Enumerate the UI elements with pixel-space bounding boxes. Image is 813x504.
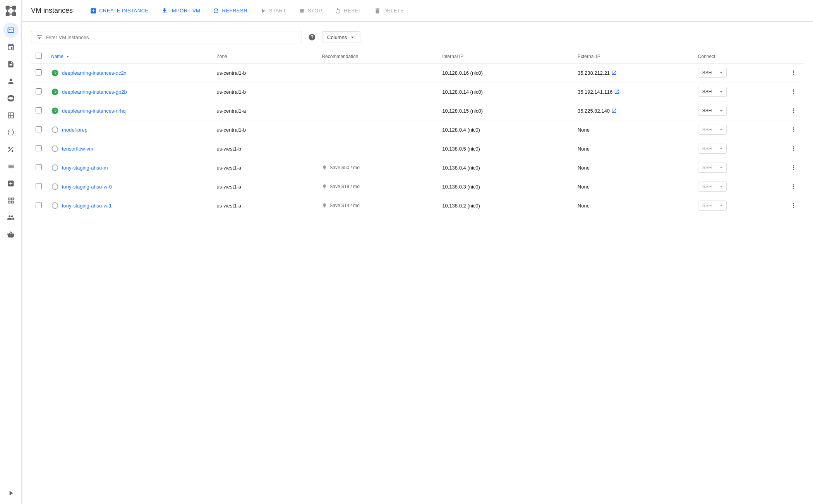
row-checkbox-7[interactable]	[36, 202, 42, 208]
row-checkbox-cell	[31, 63, 46, 82]
ssh-dropdown-button[interactable]	[716, 163, 727, 173]
ssh-dropdown-button[interactable]	[716, 144, 727, 154]
vm-name-link[interactable]: tony-staging-ahsu-w-1	[62, 203, 112, 209]
row-zone-cell: us-west1-a	[212, 177, 317, 196]
status-icon	[51, 126, 59, 134]
external-link-icon[interactable]	[611, 108, 617, 113]
external-link-icon[interactable]	[614, 89, 619, 94]
ssh-button[interactable]: SSH	[698, 182, 716, 192]
stop-icon	[298, 7, 305, 14]
svg-point-13	[52, 165, 58, 171]
ssh-button[interactable]: SSH	[698, 68, 716, 78]
row-checkbox-3[interactable]	[36, 126, 42, 132]
table-header-row: Name Zone Recommendation	[31, 50, 804, 63]
help-button[interactable]	[307, 32, 317, 43]
ssh-button[interactable]: SSH	[698, 144, 716, 154]
ssh-button[interactable]: SSH	[698, 106, 716, 116]
vm-name-link[interactable]: deeplearning-instances-dc2x	[62, 70, 126, 76]
more-actions-button[interactable]	[788, 200, 799, 211]
vm-name-link[interactable]: deeplearning-instances-gp2b	[62, 89, 127, 95]
row-name-cell: model-prep	[46, 120, 212, 139]
th-name[interactable]: Name	[46, 50, 212, 63]
th-select-all[interactable]	[31, 50, 46, 63]
row-internal-ip-cell: 10.138.0.3 (nic0)	[437, 177, 573, 196]
more-actions-button[interactable]	[788, 86, 799, 97]
ssh-dropdown-button[interactable]	[716, 201, 727, 211]
vm-name-link[interactable]: model-prep	[62, 127, 87, 133]
row-internal-ip-cell: 10.128.0.15 (nic0)	[437, 101, 573, 120]
sidebar-item-add[interactable]	[3, 176, 19, 191]
ssh-dropdown-button[interactable]	[716, 68, 727, 78]
sidebar-item-cart[interactable]	[3, 227, 19, 242]
filter-bar: Columns	[31, 31, 804, 43]
ssh-button[interactable]: SSH	[698, 201, 716, 211]
sidebar-item-list[interactable]	[3, 159, 19, 174]
ssh-dropdown-button[interactable]	[716, 106, 727, 116]
sidebar-item-percent[interactable]	[3, 142, 19, 157]
ssh-dropdown-button[interactable]	[716, 182, 727, 192]
row-checkbox-0[interactable]	[36, 69, 42, 75]
row-internal-ip-cell: 10.128.0.4 (nic0)	[437, 120, 573, 139]
chevron-down-icon	[719, 89, 724, 94]
external-link-icon[interactable]	[611, 70, 617, 75]
sidebar-item-vm[interactable]	[3, 22, 19, 38]
create-instance-button[interactable]: CREATE INSTANCE	[85, 5, 153, 17]
status-icon	[51, 88, 59, 96]
status-icon	[51, 107, 59, 115]
ssh-button[interactable]: SSH	[698, 163, 716, 173]
row-checkbox-cell	[31, 82, 46, 101]
refresh-button[interactable]: REFRESH	[208, 5, 252, 17]
more-actions-button[interactable]	[788, 162, 799, 173]
vm-name-link[interactable]: deeplearning-instances-nrhq	[62, 108, 126, 114]
sidebar-item-grid[interactable]	[3, 193, 19, 208]
more-actions-button[interactable]	[788, 143, 799, 154]
vm-name-link[interactable]: tensorflow-vm	[62, 146, 93, 152]
start-label: START	[269, 8, 286, 14]
ssh-dropdown-button[interactable]	[716, 125, 727, 135]
more-actions-button[interactable]	[788, 124, 799, 135]
ssh-button[interactable]: SSH	[698, 125, 716, 135]
vm-name-link[interactable]: tony-staging-ahsu-w-0	[62, 184, 112, 190]
row-checkbox-1[interactable]	[36, 88, 42, 94]
sidebar-item-code[interactable]	[3, 125, 19, 140]
start-icon	[260, 7, 267, 14]
more-actions-button[interactable]	[788, 181, 799, 192]
sidebar-expand-btn[interactable]	[3, 485, 19, 501]
row-internal-ip-cell: 10.138.0.4 (nic0)	[437, 158, 573, 177]
import-vm-button[interactable]: IMPORT VM	[156, 5, 205, 17]
ssh-btn-group: SSH	[698, 144, 779, 154]
reset-button[interactable]: RESET	[330, 5, 366, 17]
row-connect-cell: SSH	[693, 101, 784, 120]
more-actions-button[interactable]	[788, 105, 799, 116]
row-zone-cell: us-west1-a	[212, 158, 317, 177]
chevron-down-icon	[719, 108, 724, 113]
sidebar-item-document[interactable]	[3, 57, 19, 72]
sidebar-item-person[interactable]	[3, 74, 19, 89]
columns-button[interactable]: Columns	[322, 31, 360, 43]
chevron-down-icon	[719, 165, 724, 170]
more-actions-button[interactable]	[788, 67, 799, 78]
row-internal-ip-cell: 10.128.0.14 (nic0)	[437, 82, 573, 101]
sidebar-item-people[interactable]	[3, 210, 19, 225]
row-recommendation-cell	[317, 120, 437, 139]
select-all-checkbox[interactable]	[36, 53, 42, 59]
filter-input[interactable]	[46, 34, 297, 40]
row-checkbox-4[interactable]	[36, 145, 42, 151]
sidebar-item-storage[interactable]	[3, 91, 19, 106]
vm-name-link[interactable]: tony-staging-ahsu-m	[62, 165, 108, 171]
row-checkbox-6[interactable]	[36, 183, 42, 189]
sidebar	[0, 0, 22, 504]
start-button[interactable]: START	[255, 5, 291, 17]
svg-rect-1	[12, 6, 16, 10]
ssh-btn-group: SSH	[698, 201, 779, 211]
recommendation-text: Save $19 / mo	[329, 184, 359, 189]
delete-button[interactable]: DELETE	[369, 5, 409, 17]
stop-button[interactable]: STOP	[294, 5, 327, 17]
ssh-dropdown-button[interactable]	[716, 87, 727, 97]
row-connect-cell: SSH	[693, 139, 784, 158]
ssh-button[interactable]: SSH	[698, 87, 716, 97]
row-checkbox-5[interactable]	[36, 164, 42, 170]
sidebar-item-table[interactable]	[3, 108, 19, 123]
row-checkbox-2[interactable]	[36, 107, 42, 113]
sidebar-item-cluster[interactable]	[3, 39, 19, 55]
